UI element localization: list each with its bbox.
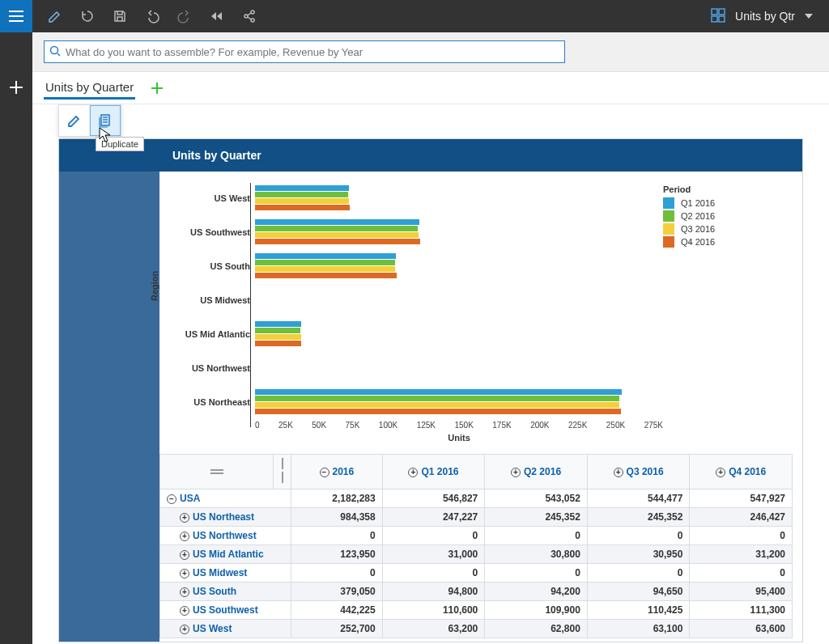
edit-icon[interactable] — [39, 0, 71, 32]
row-value: 547,927 — [690, 489, 793, 508]
bar-segment[interactable] — [255, 341, 301, 346]
row-value: 111,300 — [690, 601, 793, 620]
row-label[interactable]: −USA — [160, 489, 291, 508]
chart-row-bars — [255, 252, 663, 281]
search-box[interactable] — [44, 40, 565, 63]
save-icon[interactable] — [104, 0, 136, 32]
legend-label: Q1 2016 — [681, 198, 715, 208]
chart-row-label: US Mid Atlantic — [164, 329, 255, 339]
col-q1[interactable]: +Q1 2016 — [382, 455, 485, 489]
row-value: 31,000 — [382, 545, 485, 564]
bar-segment[interactable] — [255, 396, 619, 401]
legend-swatch-icon — [663, 210, 674, 222]
legend-item[interactable]: Q3 2016 — [663, 223, 784, 235]
legend-label: Q2 2016 — [681, 211, 715, 221]
bar-segment[interactable] — [255, 334, 301, 340]
x-tick: 175K — [492, 421, 511, 430]
search-input[interactable] — [66, 46, 559, 58]
add-visual-button[interactable] — [150, 81, 164, 95]
redo-icon[interactable] — [168, 0, 201, 32]
row-value: 245,352 — [485, 508, 588, 527]
legend-swatch-icon — [663, 197, 674, 209]
bar-segment[interactable] — [255, 198, 349, 204]
bar-segment[interactable] — [255, 232, 419, 238]
bar-segment[interactable] — [255, 409, 621, 414]
table-row[interactable]: −USA2,182,283546,827543,052544,477547,92… — [160, 489, 793, 508]
table-row[interactable]: +US Southwest442,225110,600109,900110,42… — [160, 601, 793, 620]
row-value: 30,950 — [587, 545, 690, 564]
bar-segment[interactable] — [255, 402, 619, 408]
x-tick: 100K — [379, 421, 397, 430]
page-body: Duplicate Units by Quarter Region US Wes… — [32, 104, 829, 644]
row-total: 379,050 — [291, 583, 383, 601]
table-corner-row[interactable] — [160, 455, 274, 489]
legend-item[interactable]: Q1 2016 — [663, 197, 784, 209]
add-tab-button[interactable] — [0, 71, 32, 104]
col-q4[interactable]: +Q4 2016 — [690, 455, 793, 489]
bar-segment[interactable] — [255, 389, 622, 395]
undo-icon[interactable] — [136, 0, 168, 32]
bar-chart: Region US WestUS SouthwestUS SouthUS Mid… — [159, 180, 663, 443]
row-total: 2,182,283 — [291, 489, 383, 508]
row-label[interactable]: +US Northeast — [160, 508, 291, 527]
grid-layout-icon[interactable] — [711, 8, 725, 25]
chart-row-bars — [255, 184, 663, 213]
table-row[interactable]: +US Midwest00000 — [160, 564, 793, 583]
table-corner-col[interactable] — [274, 455, 291, 489]
legend-item[interactable]: Q2 2016 — [663, 210, 784, 222]
bar-segment[interactable] — [255, 328, 300, 333]
bar-segment[interactable] — [255, 260, 395, 265]
bar-segment[interactable] — [255, 185, 349, 191]
share-icon[interactable] — [233, 0, 266, 32]
bar-segment[interactable] — [255, 219, 419, 225]
x-tick: 125K — [417, 421, 436, 430]
row-total: 442,225 — [291, 601, 383, 620]
table-row[interactable]: +US Northwest00000 — [160, 527, 793, 545]
row-value: 0 — [485, 564, 588, 583]
rewind-icon[interactable] — [201, 0, 233, 32]
row-value: 0 — [690, 527, 793, 545]
row-value: 0 — [485, 527, 588, 545]
chart-legend: Period Q1 2016Q2 2016Q3 2016Q4 2016 — [663, 180, 793, 443]
row-value: 31,200 — [690, 545, 793, 564]
card-side-panel — [59, 172, 159, 642]
chart-row: US Mid Atlantic — [164, 317, 663, 351]
bar-segment[interactable] — [255, 273, 397, 278]
bar-segment[interactable] — [255, 192, 348, 197]
x-tick: 75K — [346, 421, 360, 430]
bar-segment[interactable] — [255, 321, 301, 327]
col-q2[interactable]: +Q2 2016 — [485, 455, 588, 489]
bar-segment[interactable] — [255, 253, 396, 259]
view-name-label[interactable]: Units by Qtr — [735, 10, 795, 23]
tab-units-by-quarter[interactable]: Units by Quarter — [44, 77, 135, 100]
row-value: 62,800 — [485, 620, 588, 638]
bar-segment[interactable] — [255, 239, 420, 244]
chart-row: US Northeast — [164, 385, 663, 419]
row-label[interactable]: +US Midwest — [160, 564, 291, 583]
table-row[interactable]: +US West252,70063,20062,80063,10063,600 — [160, 620, 793, 638]
bar-segment[interactable] — [255, 266, 395, 272]
bar-segment[interactable] — [255, 205, 350, 210]
bar-segment[interactable] — [255, 226, 418, 231]
chevron-down-icon[interactable] — [805, 14, 813, 19]
col-2016[interactable]: −2016 — [291, 455, 383, 489]
table-row[interactable]: +US Northeast984,358247,227245,352245,35… — [160, 508, 793, 527]
row-label[interactable]: +US West — [160, 620, 291, 638]
row-label[interactable]: +US Northwest — [160, 527, 291, 545]
row-label[interactable]: +US Mid Atlantic — [160, 545, 291, 564]
row-value: 546,827 — [382, 489, 485, 508]
row-value: 246,427 — [690, 508, 793, 527]
refresh-icon[interactable] — [71, 0, 104, 32]
row-value: 110,425 — [587, 601, 690, 620]
row-label[interactable]: +US Southwest — [160, 601, 291, 620]
row-label[interactable]: +US South — [160, 583, 291, 601]
chart-row: US Southwest — [164, 215, 663, 249]
table-row[interactable]: +US Mid Atlantic123,95031,00030,80030,95… — [160, 545, 793, 564]
hamburger-menu-button[interactable] — [0, 0, 32, 32]
col-q3[interactable]: +Q3 2016 — [587, 455, 690, 489]
chart-row-label: US Northeast — [164, 397, 255, 407]
table-row[interactable]: +US South379,05094,80094,20094,65095,400 — [160, 583, 793, 601]
legend-item[interactable]: Q4 2016 — [663, 236, 784, 248]
svg-rect-6 — [719, 16, 725, 22]
edit-card-button[interactable] — [59, 105, 90, 136]
